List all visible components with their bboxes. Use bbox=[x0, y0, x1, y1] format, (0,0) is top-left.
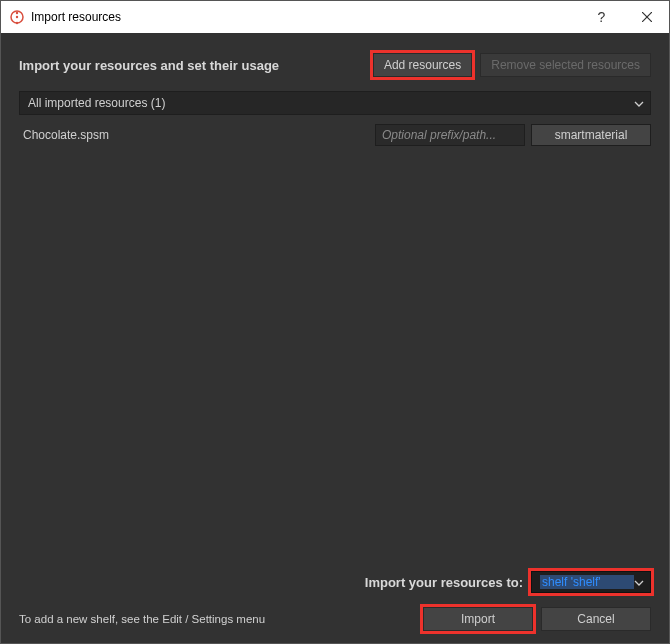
shelf-hint: To add a new shelf, see the Edit / Setti… bbox=[19, 613, 415, 625]
window-title: Import resources bbox=[31, 10, 121, 24]
resource-name: Chocolate.spsm bbox=[19, 128, 369, 142]
header-row: Import your resources and set their usag… bbox=[19, 53, 651, 77]
svg-point-3 bbox=[16, 22, 18, 24]
cancel-button[interactable]: Cancel bbox=[541, 607, 651, 631]
resource-type-value: smartmaterial bbox=[555, 128, 628, 142]
chevron-down-icon bbox=[634, 97, 644, 109]
svg-point-1 bbox=[16, 12, 18, 14]
resource-type-dropdown[interactable]: smartmaterial bbox=[531, 124, 651, 146]
footer-row: To add a new shelf, see the Edit / Setti… bbox=[19, 607, 651, 631]
import-destination-row: Import your resources to: shelf 'shelf' bbox=[19, 571, 651, 593]
prefix-placeholder: Optional prefix/path... bbox=[382, 128, 496, 142]
heading: Import your resources and set their usag… bbox=[19, 58, 365, 73]
shelf-value: shelf 'shelf' bbox=[540, 575, 634, 589]
import-button[interactable]: Import bbox=[423, 607, 533, 631]
resources-filter-label: All imported resources (1) bbox=[28, 96, 634, 110]
footer-area: Import your resources to: shelf 'shelf' … bbox=[19, 571, 651, 631]
close-button[interactable] bbox=[624, 1, 669, 33]
chevron-down-icon bbox=[634, 576, 644, 588]
prefix-input[interactable]: Optional prefix/path... bbox=[375, 124, 525, 146]
remove-selected-button: Remove selected resources bbox=[480, 53, 651, 77]
help-button[interactable]: ? bbox=[579, 1, 624, 33]
dialog-content: Import your resources and set their usag… bbox=[1, 33, 669, 643]
app-logo-icon bbox=[9, 9, 25, 25]
svg-point-2 bbox=[16, 16, 18, 18]
import-to-label: Import your resources to: bbox=[365, 575, 523, 590]
add-resources-button[interactable]: Add resources bbox=[373, 53, 472, 77]
titlebar: Import resources ? bbox=[1, 1, 669, 33]
shelf-dropdown[interactable]: shelf 'shelf' bbox=[531, 571, 651, 593]
resource-row: Chocolate.spsm Optional prefix/path... s… bbox=[19, 121, 651, 149]
resources-filter-dropdown[interactable]: All imported resources (1) bbox=[19, 91, 651, 115]
